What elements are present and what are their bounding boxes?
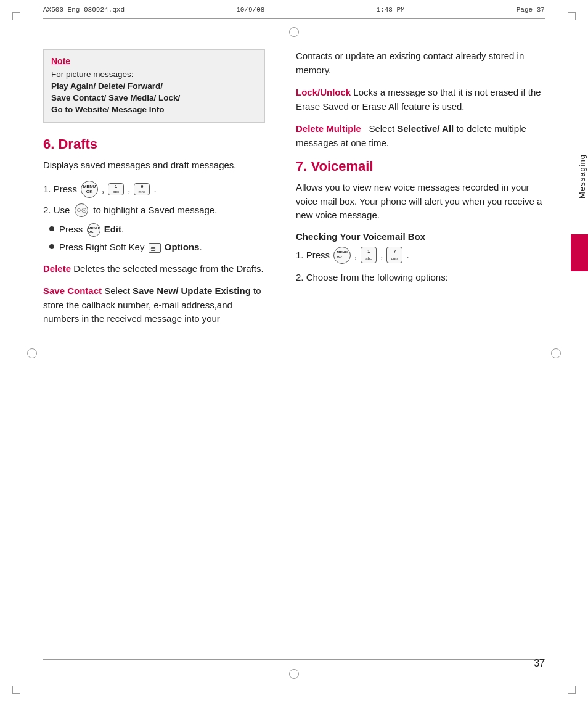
checking-step1-text: 1. Press bbox=[296, 248, 330, 263]
checking-step2-text: 2. Choose from the following options: bbox=[296, 270, 448, 285]
cut-mark-tl bbox=[12, 12, 20, 20]
bullet-dot-2 bbox=[49, 244, 54, 249]
key-6mno: 6mno bbox=[134, 183, 150, 195]
bullet-list: Press MENUOK Edit. Press Right Soft Key … bbox=[49, 223, 265, 255]
note-line3: Save Contact/ Save Media/ Lock/ bbox=[51, 93, 180, 102]
right-column: Contacts or update an existing contact a… bbox=[284, 49, 545, 657]
delete-label: Delete bbox=[43, 263, 71, 274]
bullet1-prefix: Press bbox=[59, 224, 83, 234]
bullet-dot-1 bbox=[49, 226, 54, 231]
note-line2: Play Again/ Delete/ Forward/ bbox=[51, 81, 163, 91]
page-container: AX500_Eng_080924.qxd 10/9/08 1:48 PM Pag… bbox=[0, 0, 588, 706]
ok-key: MENUOK bbox=[87, 223, 100, 237]
bullet1-content: Press MENUOK Edit. bbox=[59, 223, 124, 237]
delete-multiple-label: Delete Multiple bbox=[296, 123, 361, 134]
lock-unlock-label: Lock/Unlock bbox=[296, 87, 351, 97]
step1-text: 1. Press bbox=[43, 182, 77, 197]
key-1abc: 1abc bbox=[108, 183, 124, 195]
section6-step1: 1. Press MENUOK , 1abc , 6mno . bbox=[43, 181, 265, 198]
save-contact-text: Select bbox=[104, 285, 130, 296]
checking-step1: 1. Press MENUOK , 1abc , 7pqrs . bbox=[296, 247, 545, 264]
cut-mark-br bbox=[568, 686, 576, 694]
section6-step2: 2. Use ◎ to highlight a Saved message. bbox=[43, 203, 265, 218]
delete-multiple-section: Delete Multiple Select Selective/ All to… bbox=[296, 122, 545, 150]
header-time: 1:48 PM bbox=[376, 6, 404, 14]
left-column: Note For picture messages: Play Again/ D… bbox=[43, 49, 284, 657]
note-title: Note bbox=[51, 56, 257, 66]
step2b-text: to highlight a Saved message. bbox=[93, 203, 217, 218]
header-bar: AX500_Eng_080924.qxd 10/9/08 1:48 PM Pag… bbox=[43, 6, 545, 14]
sidebar-label: Messaging bbox=[578, 154, 587, 199]
delete-section: Delete Deletes the selected message from… bbox=[43, 262, 265, 276]
sidebar-bar bbox=[571, 234, 588, 271]
checking-step2: 2. Choose from the following options: bbox=[296, 270, 545, 285]
cut-mark-tr bbox=[568, 12, 576, 20]
reg-mark-left bbox=[27, 348, 37, 358]
header-page: Page 37 bbox=[517, 6, 545, 14]
note-box: Note For picture messages: Play Again/ D… bbox=[43, 49, 265, 123]
contacts-text: Contacts or update an existing contact a… bbox=[296, 49, 545, 77]
bullet-item-2: Press Right Soft Key ⊣ Options. bbox=[49, 240, 265, 255]
checking-heading: Checking Your Voicemail Box bbox=[296, 231, 545, 242]
delete-multiple-text: Select bbox=[369, 123, 394, 134]
save-contact-section: Save Contact Select Save New/ Update Exi… bbox=[43, 284, 265, 326]
bottom-rule bbox=[43, 659, 545, 660]
header-date: 10/9/08 bbox=[236, 6, 264, 14]
note-body: For picture messages: Play Again/ Delete… bbox=[51, 69, 257, 116]
section7-heading: 7. Voicemail bbox=[296, 158, 545, 174]
reg-mark-top bbox=[289, 27, 299, 37]
menu-ok-key: MENUOK bbox=[81, 181, 98, 198]
bullet2-suffix: Options bbox=[165, 242, 200, 252]
header-filename: AX500_Eng_080924.qxd bbox=[43, 6, 125, 14]
save-contact-label: Save Contact bbox=[43, 285, 102, 296]
key-1abc-2: 1abc bbox=[361, 247, 377, 263]
reg-mark-bottom bbox=[289, 669, 299, 679]
lock-unlock-section: Lock/Unlock Locks a message so that it i… bbox=[296, 86, 545, 113]
bullet2-prefix: Press Right Soft Key bbox=[59, 242, 144, 252]
cut-mark-bl bbox=[12, 686, 20, 694]
note-line4: Go to Website/ Message Info bbox=[51, 105, 165, 114]
note-line1: For picture messages: bbox=[51, 70, 134, 79]
section6-heading: 6. Drafts bbox=[43, 136, 265, 152]
page-number: 37 bbox=[534, 658, 545, 669]
soft-key-icon: ⊣ bbox=[149, 243, 161, 253]
selective-all: Selective/ All bbox=[397, 123, 454, 134]
bullet1-key: Edit bbox=[104, 224, 121, 234]
section7-body: Allows you to view new voice messages re… bbox=[296, 181, 545, 223]
save-new-update: Save New/ Update Existing bbox=[133, 285, 251, 296]
reg-mark-right bbox=[551, 348, 561, 358]
top-rule bbox=[43, 18, 545, 19]
step2-text: 2. Use bbox=[43, 203, 70, 218]
delete-text: Deletes the selected message from the Dr… bbox=[73, 263, 263, 274]
bullet-item-1: Press MENUOK Edit. bbox=[49, 223, 265, 237]
bullet2-content: Press Right Soft Key ⊣ Options. bbox=[59, 240, 202, 255]
content-area: Note For picture messages: Play Again/ D… bbox=[43, 49, 545, 657]
section6-body: Displays saved messages and draft messag… bbox=[43, 158, 265, 173]
menu-ok-key-2: MENUOK bbox=[333, 247, 351, 264]
nav-key: ◎ bbox=[75, 203, 88, 217]
key-7pqrs: 7pqrs bbox=[386, 247, 402, 263]
